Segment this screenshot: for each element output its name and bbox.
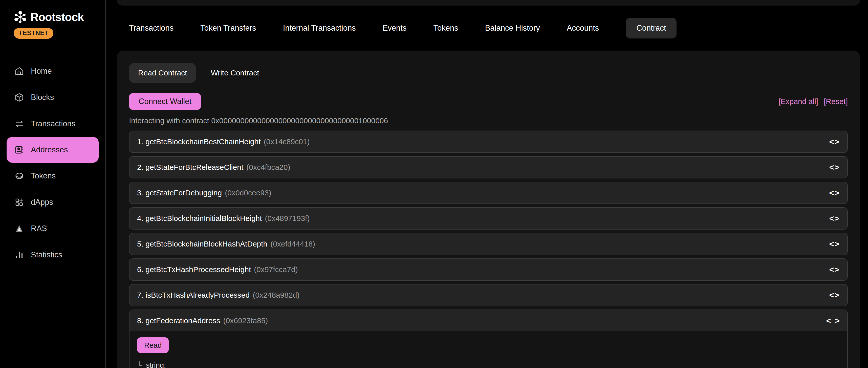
sidebar-item-label: Transactions — [31, 119, 75, 128]
brand-name: Rootstock — [30, 11, 84, 24]
sidebar-item-statistics[interactable]: Statistics — [0, 242, 105, 268]
method-row[interactable]: 7. isBtcTxHashAlreadyProcessed(0x248a982… — [129, 284, 848, 306]
code-icon[interactable]: <> — [829, 265, 840, 274]
code-icon[interactable]: <> — [829, 239, 840, 249]
sidebar-item-ras[interactable]: RAS — [0, 216, 105, 242]
tab-accounts[interactable]: Accounts — [567, 24, 599, 33]
testnet-badge: TESTNET — [14, 28, 53, 39]
addresses-icon — [14, 145, 24, 155]
method-selector: (0x4897193f) — [265, 214, 310, 223]
sidebar-item-home[interactable]: Home — [0, 58, 105, 84]
method-selector: (0x0d0cee93) — [225, 189, 271, 197]
method-label: 2. getStateForBtcReleaseClient — [137, 163, 243, 171]
method-row[interactable]: 6. getBtcTxHashProcessedHeight(0x97fcca7… — [129, 258, 848, 281]
tab-balance-history[interactable]: Balance History — [485, 24, 540, 33]
method-row[interactable]: 3. getStateForDebugging(0x0d0cee93) <> — [129, 182, 848, 204]
method-expanded-body: Read └ string: — [129, 331, 847, 368]
rootstock-logo-icon — [14, 11, 27, 24]
method-label: 4. getBtcBlockchainInitialBlockHeight — [137, 214, 262, 223]
method-row[interactable]: 8. getFederationAddress(0x6923fa85) <> — [129, 310, 847, 331]
expand-all-link[interactable]: [Expand all] — [778, 97, 818, 106]
sidebar-item-tokens[interactable]: Tokens — [0, 163, 105, 189]
method-row[interactable]: 1. getBtcBlockchainBestChainHeight(0x14c… — [129, 131, 848, 153]
sidebar-item-label: Addresses — [31, 145, 68, 154]
code-icon[interactable]: <> — [829, 188, 840, 198]
code-icon[interactable]: <> — [829, 163, 840, 172]
interacting-with-contract-text: Interacting with contract 0x000000000000… — [129, 116, 848, 125]
wallet-row: Connect Wallet [Expand all] [Reset] — [129, 93, 848, 110]
home-icon — [14, 66, 24, 76]
tab-transactions[interactable]: Transactions — [129, 24, 174, 33]
method-row[interactable]: 5. getBtcBlockchainBlockHashAtDepth(0xef… — [129, 233, 848, 255]
panel-links: [Expand all] [Reset] — [778, 97, 848, 106]
code-icon-expanded[interactable]: <> — [826, 316, 844, 325]
method-row[interactable]: 2. getStateForBtcReleaseClient(0xc4fbca2… — [129, 156, 848, 178]
sidebar-item-label: RAS — [31, 224, 47, 233]
tab-read-contract[interactable]: Read Contract — [129, 63, 196, 83]
scrolled-card-edge — [117, 0, 860, 6]
contract-methods-list: 1. getBtcBlockchainBestChainHeight(0x14c… — [129, 131, 848, 368]
tokens-icon — [14, 171, 24, 181]
method-selector: (0x248a982d) — [253, 291, 300, 299]
sidebar-item-label: Statistics — [31, 250, 62, 259]
transactions-icon — [14, 119, 24, 129]
tab-internal-transactions[interactable]: Internal Transactions — [283, 24, 356, 33]
sidebar-item-label: dApps — [31, 198, 53, 207]
method-label: 8. getFederationAddress — [137, 316, 220, 325]
method-output-line: └ string: — [137, 361, 840, 368]
tab-token-transfers[interactable]: Token Transfers — [200, 24, 256, 33]
method-label: 1. getBtcBlockchainBestChainHeight — [137, 137, 261, 146]
method-selector: (0x97fcca7d) — [254, 265, 298, 274]
contract-panel: Read Contract Write Contract Connect Wal… — [117, 51, 860, 368]
sidebar: Rootstock TESTNET Home Blocks — [0, 0, 106, 368]
corner-icon: └ — [137, 361, 142, 368]
sidebar-item-transactions[interactable]: Transactions — [0, 111, 105, 137]
method-selector: (0x6923fa85) — [223, 316, 268, 325]
sidebar-item-label: Blocks — [31, 93, 54, 102]
ras-icon — [14, 224, 24, 234]
method-label: 6. getBtcTxHashProcessedHeight — [137, 265, 251, 274]
blocks-icon — [14, 92, 24, 103]
method-row-expanded: 8. getFederationAddress(0x6923fa85) <> R… — [129, 310, 848, 368]
method-row[interactable]: 4. getBtcBlockchainInitialBlockHeight(0x… — [129, 207, 848, 230]
code-icon[interactable]: <> — [829, 214, 840, 223]
sidebar-nav: Home Blocks Transactions — [0, 58, 105, 268]
method-selector: (0xefd44418) — [270, 240, 315, 248]
contract-subtabs: Read Contract Write Contract — [129, 63, 848, 83]
connect-wallet-button[interactable]: Connect Wallet — [129, 93, 201, 110]
code-icon[interactable]: <> — [829, 137, 840, 146]
sidebar-item-label: Home — [31, 66, 52, 76]
method-label: 7. isBtcTxHashAlreadyProcessed — [137, 291, 250, 299]
reset-link[interactable]: [Reset] — [824, 97, 848, 106]
brand-block: Rootstock TESTNET — [0, 0, 105, 39]
method-label: 5. getBtcBlockchainBlockHashAtDepth — [137, 240, 267, 248]
tab-tokens[interactable]: Tokens — [433, 24, 458, 33]
read-button[interactable]: Read — [137, 337, 169, 353]
statistics-icon — [14, 250, 24, 260]
tab-contract[interactable]: Contract — [626, 18, 677, 38]
method-selector: (0xc4fbca20) — [246, 163, 290, 171]
method-selector: (0x14c89c01) — [264, 137, 310, 146]
sidebar-item-dapps[interactable]: dApps — [0, 189, 105, 216]
tab-events[interactable]: Events — [383, 24, 407, 33]
address-tabs: Transactions Token Transfers Internal Tr… — [129, 18, 677, 38]
sidebar-item-addresses[interactable]: Addresses — [7, 137, 99, 163]
code-icon[interactable]: <> — [829, 290, 840, 300]
sidebar-item-blocks[interactable]: Blocks — [0, 84, 105, 111]
dapps-icon — [14, 197, 24, 207]
method-label: 3. getStateForDebugging — [137, 189, 222, 197]
output-type-label: string: — [146, 361, 166, 368]
sidebar-item-label: Tokens — [31, 171, 56, 180]
tab-write-contract[interactable]: Write Contract — [211, 68, 259, 77]
